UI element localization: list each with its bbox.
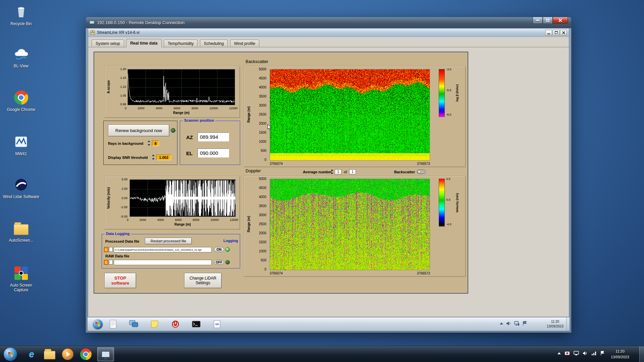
remote-sticky-notes-icon[interactable] bbox=[149, 319, 161, 329]
remote-desktop: StreamLine XR v14-6.vi System setup Real… bbox=[88, 28, 570, 331]
ascope-x-axis-title: Range (m) bbox=[127, 111, 235, 115]
snr-value-field[interactable]: 1.002 bbox=[156, 155, 171, 160]
tab-bar: System setup Real time data Temp/humidit… bbox=[88, 37, 569, 47]
average-total-field[interactable]: 1 bbox=[349, 169, 356, 174]
desktop-icon-label: Auto Screen Capture bbox=[3, 283, 40, 293]
processed-drive-selector[interactable]: C bbox=[104, 247, 108, 252]
rdp-window-icon bbox=[89, 20, 95, 25]
rays-spinner[interactable] bbox=[148, 140, 151, 146]
rdp-titlebar[interactable]: 192.168.0.150 - Remote Desktop Connectio… bbox=[86, 17, 571, 28]
processed-file-browse-icon[interactable] bbox=[109, 247, 113, 252]
remote-power-icon[interactable] bbox=[169, 319, 181, 329]
wind-lidar-icon bbox=[13, 176, 30, 193]
average-number-spinner[interactable] bbox=[331, 169, 334, 174]
average-number-field[interactable]: 1 bbox=[335, 169, 341, 174]
desktop-icon-label: MW41 bbox=[3, 152, 40, 156]
tab-scheduling[interactable]: Scheduling bbox=[200, 40, 228, 48]
taskbar-rdp-button[interactable] bbox=[97, 347, 114, 361]
processed-file-path-field[interactable]: C:\Lidar\Data\Proc\2023\202309\20230913\… bbox=[114, 247, 212, 252]
snr-spinner[interactable] bbox=[152, 155, 155, 160]
desktop-icon-mw41[interactable]: MW41 bbox=[3, 133, 40, 156]
tab-real-time-data[interactable]: Real time data bbox=[126, 39, 161, 47]
desktop-icon-google-chrome[interactable]: Google Chrome bbox=[3, 89, 40, 112]
remote-clock[interactable]: 11:20 13/09/2023 bbox=[547, 319, 564, 329]
el-label: EL bbox=[186, 150, 193, 156]
doppler-colorbar-title: Velocity (m/s) bbox=[455, 179, 459, 227]
change-lidar-settings-button[interactable]: Change LiDAR Settings bbox=[184, 273, 222, 288]
raw-drive-selector[interactable]: C bbox=[104, 260, 108, 265]
remote-network-icon[interactable] bbox=[514, 321, 520, 326]
velocity-y-ticks: 5.00 2.50 0.00 -2.50 -5.00 bbox=[115, 178, 127, 218]
remote-command-prompt-icon[interactable] bbox=[190, 319, 202, 329]
remote-notepad-icon[interactable] bbox=[107, 319, 119, 329]
renew-background-button[interactable]: Renew background now bbox=[108, 124, 169, 136]
app-minimize-button[interactable] bbox=[545, 30, 552, 35]
backscatter-toggle-label: Backscatter bbox=[394, 170, 415, 174]
desktop-icon-label: Wind Lidar Software bbox=[3, 194, 40, 199]
tray-caret-icon[interactable] bbox=[557, 352, 561, 354]
remote-tray-caret-icon[interactable] bbox=[500, 322, 503, 324]
velocity-plot[interactable] bbox=[129, 179, 236, 217]
tray-display-icon[interactable] bbox=[574, 351, 579, 356]
app-close-button[interactable] bbox=[560, 30, 567, 35]
doppler-x-labels: 3766074 3766573 bbox=[270, 272, 430, 275]
processed-logging-on-switch[interactable]: ON bbox=[214, 247, 224, 252]
snr-threshold-label: Display SNR threshold bbox=[108, 156, 148, 160]
ascope-plot[interactable] bbox=[127, 69, 235, 105]
tray-volume-icon[interactable] bbox=[583, 351, 588, 356]
mouse-cursor bbox=[267, 124, 272, 132]
stop-software-button[interactable]: STOP software bbox=[104, 273, 136, 288]
desktop-icon-recycle-bin[interactable]: Recycle Bin bbox=[3, 3, 40, 26]
tray-app-icon[interactable] bbox=[565, 351, 570, 356]
ascope-y-ticks: 1.20 1.15 1.10 1.05 0.99 bbox=[115, 67, 126, 106]
taskbar-clock[interactable]: 11:20 13/09/2023 bbox=[611, 349, 629, 360]
raw-logging-off-switch[interactable]: OFF bbox=[214, 260, 224, 265]
rdp-close-button[interactable] bbox=[553, 17, 568, 24]
desktop-icon-bl-view[interactable]: BL-View bbox=[3, 46, 40, 68]
desktop-icon-autoscreen[interactable]: AutoScreen... bbox=[3, 220, 40, 243]
app-restore-button[interactable] bbox=[553, 30, 559, 35]
rdp-maximize-button[interactable] bbox=[543, 17, 553, 24]
remote-volume-icon[interactable] bbox=[506, 321, 511, 326]
raw-file-browse-icon[interactable] bbox=[109, 260, 113, 264]
taskbar-explorer-icon[interactable] bbox=[42, 347, 57, 361]
backscatter-doppler-toggle[interactable] bbox=[417, 170, 426, 174]
doppler-y-axis-title: Range (m) bbox=[247, 179, 251, 269]
taskbar-wmp-icon[interactable] bbox=[60, 347, 75, 361]
backscatter-y-ticks: 5000 4500 4000 3500 3000 2500 2000 1500 … bbox=[254, 67, 266, 162]
bl-view-icon bbox=[13, 46, 30, 62]
tab-wind-profile[interactable]: Wind profile bbox=[230, 40, 259, 48]
rdp-minimize-button[interactable] bbox=[533, 17, 543, 24]
doppler-heatmap[interactable] bbox=[270, 179, 430, 270]
remote-show-desktop-button[interactable] bbox=[566, 317, 570, 331]
az-value-field[interactable]: 089.994 bbox=[198, 132, 229, 141]
velocity-x-axis-title: Range (m) bbox=[129, 223, 236, 226]
az-label: AZ bbox=[186, 134, 193, 140]
remote-flag-icon[interactable] bbox=[523, 321, 527, 326]
ascope-x-ticks: 0 2000 4000 6000 8000 10000 12000 bbox=[125, 107, 237, 110]
processed-data-file-label: Processed Data file bbox=[105, 239, 140, 243]
tab-temp-humidity[interactable]: Temp/humidity bbox=[164, 40, 198, 48]
tray-flag-icon[interactable] bbox=[600, 351, 604, 356]
tab-system-setup[interactable]: System setup bbox=[92, 40, 124, 48]
scanner-position-title: Scanner position bbox=[183, 118, 215, 122]
app-window-title: StreamLine XR v14-6.vi bbox=[97, 30, 140, 35]
backscatter-heatmap[interactable] bbox=[270, 69, 430, 161]
rays-value-field[interactable]: 8 bbox=[152, 140, 159, 146]
remote-xr-file-icon[interactable]: XR bbox=[211, 319, 223, 329]
restart-processed-file-button[interactable]: Restart processed file bbox=[145, 238, 192, 244]
taskbar-chrome-icon[interactable] bbox=[78, 347, 93, 361]
backscatter-section-title: Backscatter bbox=[246, 59, 268, 64]
start-button[interactable] bbox=[3, 347, 18, 361]
remote-monitors-icon[interactable] bbox=[128, 319, 140, 329]
remote-start-button[interactable] bbox=[92, 319, 104, 329]
el-value-field[interactable]: 090.000 bbox=[198, 148, 229, 158]
raw-file-path-field[interactable] bbox=[114, 260, 212, 265]
background-controls-group: Renew background now Rays in background … bbox=[103, 121, 177, 165]
desktop-icon-auto-screen-capture[interactable]: Auto Screen Capture bbox=[3, 265, 40, 293]
app-titlebar[interactable]: StreamLine XR v14-6.vi bbox=[88, 28, 569, 37]
tray-network-icon[interactable] bbox=[591, 351, 597, 356]
desktop-icon-wind-lidar[interactable]: Wind Lidar Software bbox=[3, 176, 40, 199]
taskbar-ie-icon[interactable]: e bbox=[24, 347, 39, 361]
show-desktop-button[interactable] bbox=[639, 346, 644, 362]
